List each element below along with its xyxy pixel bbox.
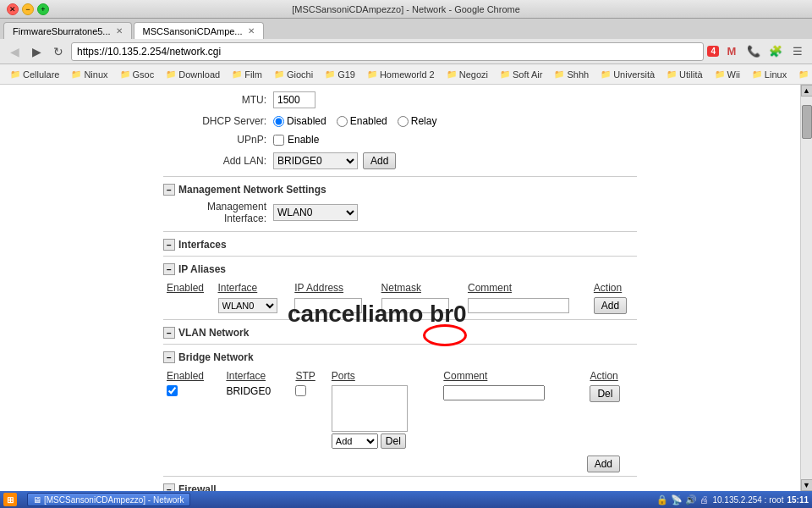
vlan-section-header[interactable]: − VLAN Network bbox=[163, 327, 637, 339]
tab-network[interactable]: MSCSansoniCDAmpe... ✕ bbox=[134, 22, 264, 39]
mgmt-interface-label: Management Interface: bbox=[163, 201, 273, 224]
close-button[interactable]: ✕ bbox=[7, 3, 19, 15]
tab-close-icon[interactable]: ✕ bbox=[116, 26, 123, 36]
dhcp-row: DHCP Server: Disabled Enabled Relay bbox=[163, 115, 637, 127]
forward-button[interactable]: ▶ bbox=[27, 42, 46, 61]
upnp-checkbox[interactable] bbox=[273, 135, 284, 146]
bridge-col-stp: STP bbox=[292, 368, 327, 384]
nav-bar: ◀ ▶ ↻ 4 M 📞 🧩 ☰ bbox=[0, 39, 812, 64]
collapse-icon[interactable]: − bbox=[163, 327, 175, 339]
window-controls[interactable]: ✕ − + bbox=[7, 3, 49, 15]
bookmarks-bar: 📁 Cellulare 📁 Ninux 📁 Gsoc 📁 Download 📁 … bbox=[0, 64, 812, 85]
start-icon[interactable]: ⊞ bbox=[3, 493, 17, 506]
phone-icon[interactable]: 📞 bbox=[744, 42, 763, 61]
collapse-icon[interactable]: − bbox=[163, 239, 175, 251]
bookmark-cellulare[interactable]: 📁 Cellulare bbox=[5, 68, 64, 81]
dhcp-relay-radio[interactable] bbox=[398, 116, 409, 127]
bookmark-lavoro[interactable]: 📁 Lavoro bbox=[793, 68, 812, 81]
upnp-enable[interactable]: Enable bbox=[273, 134, 319, 146]
ip-input[interactable] bbox=[294, 298, 362, 313]
netmask-input[interactable] bbox=[381, 298, 449, 313]
ports-listbox[interactable] bbox=[332, 385, 408, 432]
bookmark-softair[interactable]: 📁 Soft Air bbox=[495, 68, 547, 81]
scroll-down-button[interactable]: ▼ bbox=[801, 479, 813, 491]
bookmark-homeworld[interactable]: 📁 Homeworld 2 bbox=[362, 68, 440, 81]
folder-icon: 📁 bbox=[120, 69, 130, 79]
page-content: MTU: DHCP Server: Disabled Enabled bbox=[0, 85, 800, 491]
collapse-icon[interactable]: − bbox=[163, 351, 175, 363]
add-lan-select[interactable]: BRIDGE0 bbox=[273, 152, 358, 169]
management-section-header[interactable]: − Management Network Settings bbox=[163, 184, 637, 196]
bookmark-film[interactable]: 📁 Film bbox=[227, 68, 267, 81]
bridge-comment-cell bbox=[440, 384, 586, 450]
dhcp-relay[interactable]: Relay bbox=[398, 115, 437, 127]
comment-input[interactable] bbox=[468, 298, 569, 313]
bookmark-linux[interactable]: 📁 Linux bbox=[747, 68, 792, 81]
collapse-icon[interactable]: − bbox=[163, 263, 175, 275]
interface-select[interactable]: WLAN0 bbox=[218, 298, 277, 313]
content-wrapper: cancelliamo br0 MTU: DHCP Server: Disabl… bbox=[0, 85, 800, 491]
bookmark-g19[interactable]: 📁 G19 bbox=[320, 68, 360, 81]
bookmark-ninux[interactable]: 📁 Ninux bbox=[66, 68, 112, 81]
ip-add-button[interactable]: Add bbox=[594, 297, 627, 314]
action-cell: Add bbox=[590, 295, 637, 316]
bridge-comment-input[interactable] bbox=[443, 385, 545, 400]
vlan-section-title: VLAN Network bbox=[178, 327, 249, 339]
scrollbar-track[interactable] bbox=[801, 97, 812, 479]
folder-icon: 📁 bbox=[798, 69, 809, 79]
scrollbar-thumb[interactable] bbox=[802, 105, 812, 139]
collapse-icon[interactable]: − bbox=[163, 483, 175, 491]
bookmark-negozi[interactable]: 📁 Negozi bbox=[442, 68, 493, 81]
enabled-cell bbox=[163, 295, 215, 316]
bridge-section-header[interactable]: − Bridge Network bbox=[163, 351, 637, 363]
ip-aliases-section-header[interactable]: − IP Aliases bbox=[163, 263, 637, 275]
dhcp-enabled[interactable]: Enabled bbox=[337, 115, 387, 127]
interfaces-section-header[interactable]: − Interfaces bbox=[163, 239, 637, 251]
bookmark-shhh[interactable]: 📁 Shhh bbox=[549, 68, 594, 81]
dhcp-enabled-radio[interactable] bbox=[337, 116, 348, 127]
ports-del-button[interactable]: Del bbox=[381, 433, 406, 449]
address-bar[interactable] bbox=[71, 42, 704, 61]
bridge-interface-label: BRIDGE0 bbox=[226, 385, 271, 397]
bridge-col-ports: Ports bbox=[328, 368, 441, 384]
bookmark-download[interactable]: 📁 Download bbox=[161, 68, 225, 81]
reload-button[interactable]: ↻ bbox=[49, 42, 68, 61]
back-button[interactable]: ◀ bbox=[5, 42, 24, 61]
add-lan-label: Add LAN: bbox=[163, 155, 273, 167]
table-row: WLAN0 bbox=[163, 295, 637, 316]
folder-icon: 📁 bbox=[715, 69, 725, 79]
bridge-enabled-checkbox[interactable] bbox=[167, 385, 178, 396]
bridge-del-button[interactable]: Del bbox=[590, 385, 620, 402]
extensions-icon[interactable]: 🧩 bbox=[766, 42, 785, 61]
bridge-stp-checkbox[interactable] bbox=[295, 385, 306, 396]
bookmark-wii[interactable]: 📁 Wii bbox=[710, 68, 745, 81]
bookmark-giochi[interactable]: 📁 Giochi bbox=[269, 68, 318, 81]
add-lan-button[interactable]: Add bbox=[363, 152, 396, 169]
folder-icon: 📁 bbox=[71, 69, 81, 79]
mtu-input[interactable] bbox=[273, 91, 315, 108]
ports-add-select[interactable]: Add bbox=[332, 433, 378, 449]
maximize-button[interactable]: + bbox=[37, 3, 49, 15]
scroll-up-button[interactable]: ▲ bbox=[801, 85, 813, 97]
bridge-add-button[interactable]: Add bbox=[587, 456, 620, 472]
sys-icons: 🔒 📡 🔊 🖨 bbox=[656, 494, 709, 505]
bookmark-utilita[interactable]: 📁 Utilità bbox=[661, 68, 708, 81]
minimize-button[interactable]: − bbox=[22, 3, 34, 15]
tab-firmware[interactable]: FirmwareSburratone5... ✕ bbox=[3, 22, 132, 39]
firewall-section-header[interactable]: − Firewall bbox=[163, 483, 637, 491]
bookmark-universita[interactable]: 📁 Università bbox=[595, 68, 660, 81]
taskbar-network-btn[interactable]: 🖥 [MSCSansoniCDAmpezzo] - Network bbox=[27, 493, 190, 506]
tab-close-icon[interactable]: ✕ bbox=[248, 26, 255, 36]
dhcp-disabled[interactable]: Disabled bbox=[273, 115, 326, 127]
collapse-icon[interactable]: − bbox=[163, 184, 175, 196]
dhcp-options: Disabled Enabled Relay bbox=[273, 115, 436, 127]
col-netmask: Netmask bbox=[378, 280, 464, 295]
mgmt-interface-select[interactable]: WLAN0 bbox=[273, 204, 358, 221]
menu-icon[interactable]: ☰ bbox=[788, 42, 807, 61]
folder-icon: 📁 bbox=[325, 69, 335, 79]
dhcp-disabled-radio[interactable] bbox=[273, 116, 284, 127]
bookmark-gsoc[interactable]: 📁 Gsoc bbox=[115, 68, 160, 81]
gmail-icon[interactable]: M bbox=[722, 42, 741, 61]
scrollbar[interactable]: ▲ ▼ bbox=[800, 85, 812, 491]
mgmt-interface-row: Management Interface: WLAN0 bbox=[163, 201, 637, 224]
